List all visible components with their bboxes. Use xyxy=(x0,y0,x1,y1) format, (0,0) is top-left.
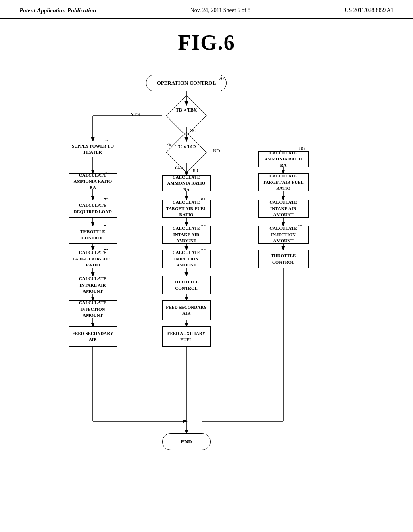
ref-80: 80 xyxy=(193,167,198,174)
label-yes-tb: YES xyxy=(131,112,140,118)
label-no-tc: NO xyxy=(213,148,220,154)
node-supply-power: SUPPLY POWER TO HEATER xyxy=(69,141,117,157)
node-calc-target-afr-87: CALCULATE TARGET AIR-FUEL RATIO xyxy=(258,173,309,191)
node-calc-target-afr-81: CALCULATE TARGET AIR-FUEL RATIO xyxy=(162,200,211,218)
header-patent: US 2011/0283959 A1 xyxy=(344,7,394,14)
node-calc-injection-77: CALCULATE INJECTION AMOUNT xyxy=(69,300,117,318)
header-date: Nov. 24, 2011 Sheet 6 of 8 xyxy=(190,7,250,14)
node-calc-intake-88: CALCULATE INTAKE AIR AMOUNT xyxy=(258,200,309,218)
node-feed-auxiliary-85b: FEED AUXILIARY FUEL xyxy=(162,326,211,347)
node-calc-ammonia-72: CALCULATE AMMONIA RATIO RA xyxy=(69,173,117,189)
node-feed-secondary-85a: FEED SECONDARY AIR xyxy=(162,300,211,320)
page-header: Patent Application Publication Nov. 24, … xyxy=(0,0,413,19)
node-throttle-control-84: THROTTLE CONTROL xyxy=(162,276,211,294)
node-throttle-control-90: THROTTLE CONTROL xyxy=(258,250,309,268)
node-feed-secondary-78: FEED SECONDARY AIR xyxy=(69,326,117,347)
label-yes-tc: YES xyxy=(174,164,183,170)
diamond-tb-tbx: TB＜TBX xyxy=(162,104,211,128)
node-calc-injection-89: CALCULATE INJECTION AMOUNT xyxy=(258,226,309,244)
node-throttle-control-74: THROTTLE CONTROL xyxy=(69,226,117,244)
node-calc-intake-82: CALCULATE INTAKE AIR AMOUNT xyxy=(162,226,211,244)
node-calc-required-load: CALCULATE REQUIRED LOAD xyxy=(69,200,117,218)
node-calc-ammonia-86: CALCULATE AMMONIA RATIO RA xyxy=(258,151,309,167)
node-operation-control: OPERATION CONTROL xyxy=(146,75,227,91)
flowchart-lines xyxy=(33,66,380,478)
node-calc-ammonia-80: CALCULATE AMMONIA RATIO RA xyxy=(162,175,211,191)
figure-title: FIG.6 xyxy=(0,31,413,54)
ref-70: 70 xyxy=(219,75,224,82)
node-calc-target-afr-75: CALCULATE TARGET AIR-FUEL RATIO xyxy=(69,250,117,268)
header-publication: Patent Application Publication xyxy=(19,7,96,14)
flowchart: OPERATION CONTROL 70 TB＜TBX YES NO 79 TC… xyxy=(33,66,380,478)
label-no-tb: NO xyxy=(190,128,196,134)
node-calc-intake-76: CALCULATE INTAKE AIR AMOUNT xyxy=(69,276,117,294)
node-end: END xyxy=(162,433,211,450)
node-calc-injection-83: CALCULATE INJECTION AMOUNT xyxy=(162,250,211,268)
diamond-tc-tcx: TC＜TCX xyxy=(162,140,211,164)
